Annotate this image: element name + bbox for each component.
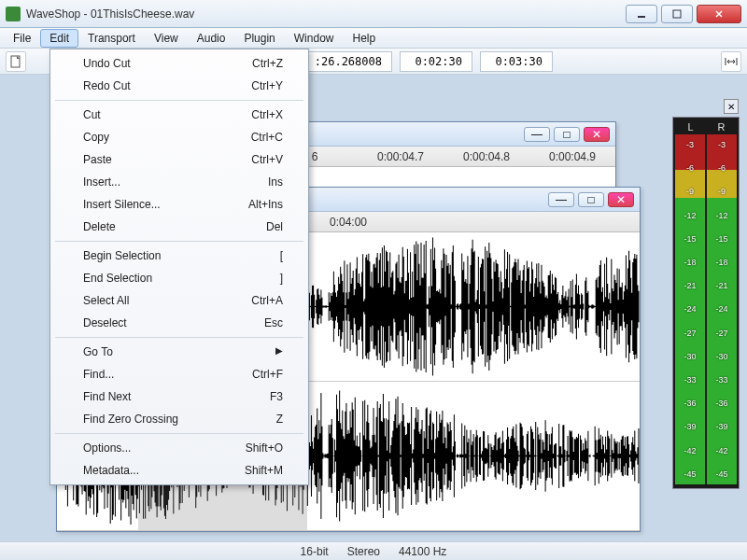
menu-file[interactable]: File	[4, 29, 40, 48]
ruler-tick: 0:00:04.9	[529, 150, 615, 163]
meter-bar-left: -3-6-9-12-15-18-21-24-27-30-33-36-39-42-…	[675, 134, 705, 484]
child-close-button[interactable]: ✕	[608, 192, 634, 207]
meter-tick: -27	[675, 329, 705, 338]
time-display-3[interactable]: 0:03:30	[480, 51, 553, 72]
titlebar: WaveShop - 01ThisIsCheese.wav	[0, 0, 747, 28]
status-rate: 44100 Hz	[399, 545, 446, 558]
menu-transport[interactable]: Transport	[78, 29, 145, 48]
time-display-2[interactable]: 0:02:30	[400, 51, 472, 72]
meter-tick: -30	[675, 352, 705, 361]
menu-item-copy[interactable]: CopyCtrl+C	[53, 126, 305, 148]
meter-tick: -6	[675, 163, 705, 173]
meter-tick: -24	[707, 304, 737, 314]
meter-tick: -3	[675, 140, 705, 149]
meter-tick: -12	[675, 211, 705, 220]
meter-tick: -36	[707, 399, 737, 408]
meter-tick: -24	[675, 304, 705, 314]
child-minimize-button[interactable]: —	[548, 192, 574, 207]
meter-tick: -45	[707, 469, 737, 479]
meter-bar-right: -3-6-9-12-15-18-21-24-27-30-33-36-39-42-…	[707, 134, 737, 484]
time-display-1[interactable]: :26.268008	[303, 51, 392, 72]
menu-item-select-all[interactable]: Select AllCtrl+A	[53, 289, 305, 312]
app-icon	[6, 7, 21, 21]
meter-tick: -12	[707, 211, 737, 220]
meter-label-left: L	[675, 119, 706, 134]
meter-tick: -27	[707, 329, 737, 338]
ruler-tick: 0:00:04.8	[444, 150, 529, 163]
edit-menu-dropdown[interactable]: Undo CutCtrl+ZRedo CutCtrl+YCutCtrl+XCop…	[49, 49, 309, 485]
menu-edit[interactable]: Edit	[40, 29, 78, 48]
ruler-back[interactable]: 60:00:04.70:00:04.80:00:04.9	[272, 147, 615, 167]
menu-audio[interactable]: Audio	[188, 29, 235, 48]
close-button[interactable]	[697, 5, 741, 23]
child-maximize-button[interactable]: □	[554, 127, 580, 142]
meter-label-right: R	[706, 119, 737, 134]
panel-close-button[interactable]: ✕	[724, 99, 739, 114]
svg-rect-0	[638, 16, 645, 18]
child-minimize-button[interactable]: —	[524, 127, 550, 142]
meter-tick: -21	[675, 281, 705, 290]
menu-help[interactable]: Help	[343, 29, 385, 48]
meter-tick: -45	[675, 469, 705, 479]
new-file-button[interactable]	[6, 51, 26, 72]
menu-item-delete[interactable]: DeleteDel	[53, 216, 305, 238]
menu-window[interactable]: Window	[285, 29, 344, 48]
meter-tick: -21	[707, 281, 737, 290]
status-channels: Stereo	[347, 545, 380, 558]
menu-item-undo-cut[interactable]: Undo CutCtrl+Z	[53, 52, 305, 75]
meter-tick: -18	[675, 258, 705, 267]
menu-item-begin-selection[interactable]: Begin Selection[	[53, 245, 305, 267]
meter-tick: -30	[707, 352, 737, 361]
meter-tick: -36	[675, 399, 705, 408]
menu-view[interactable]: View	[145, 29, 188, 48]
meter-tick: -15	[675, 234, 705, 244]
menu-item-end-selection[interactable]: End Selection]	[53, 267, 305, 289]
child-maximize-button[interactable]: □	[578, 192, 604, 207]
maximize-button[interactable]	[661, 5, 693, 23]
menu-item-deselect[interactable]: DeselectEsc	[53, 312, 305, 334]
level-meter-panel: ✕ L R -3-6-9-12-15-18-21-24-27-30-33-36-…	[672, 117, 740, 489]
menu-item-insert[interactable]: Insert...Ins	[53, 171, 305, 193]
svg-rect-1	[673, 10, 681, 18]
meter-tick: -39	[707, 422, 737, 431]
menu-item-paste[interactable]: PasteCtrl+V	[53, 148, 305, 171]
meter-tick: -9	[707, 187, 737, 196]
meter-tick: -33	[675, 375, 705, 385]
meter-tick: -6	[707, 163, 737, 173]
menu-item-redo-cut[interactable]: Redo CutCtrl+Y	[53, 75, 305, 97]
menubar: FileEditTransportViewAudioPluginWindowHe…	[0, 28, 747, 49]
minimize-button[interactable]	[626, 5, 657, 23]
meter-tick: -39	[675, 422, 705, 431]
menu-item-go-to[interactable]: Go To▶	[53, 341, 305, 363]
status-bits: 16-bit	[301, 545, 329, 558]
meter-tick: -3	[707, 140, 737, 149]
child-titlebar-back[interactable]: — □ ✕	[272, 122, 615, 147]
window-title: WaveShop - 01ThisIsCheese.wav	[26, 7, 622, 21]
ruler-tick: 0:00:04.7	[358, 150, 444, 163]
meter-tick: -42	[675, 446, 705, 455]
meter-tick: -18	[707, 258, 737, 267]
menu-item-insert-silence[interactable]: Insert Silence...Alt+Ins	[53, 193, 305, 216]
meter-tick: -33	[707, 375, 737, 385]
fit-width-button[interactable]	[721, 51, 741, 72]
menu-item-options[interactable]: Options...Shift+O	[53, 437, 305, 459]
meter-tick: -15	[707, 234, 737, 244]
meter-tick: -9	[675, 187, 705, 196]
menu-item-find-zero-crossing[interactable]: Find Zero CrossingZ	[53, 408, 305, 430]
menu-item-find-next[interactable]: Find NextF3	[53, 385, 305, 408]
menu-item-cut[interactable]: CutCtrl+X	[53, 104, 305, 126]
menu-item-metadata[interactable]: Metadata...Shift+M	[53, 459, 305, 482]
menu-item-find[interactable]: Find...Ctrl+F	[53, 363, 305, 385]
menu-plugin[interactable]: Plugin	[234, 29, 284, 48]
child-close-button[interactable]: ✕	[584, 127, 610, 142]
statusbar: 16-bit Stereo 44100 Hz	[0, 541, 747, 560]
meter-tick: -42	[707, 446, 737, 455]
